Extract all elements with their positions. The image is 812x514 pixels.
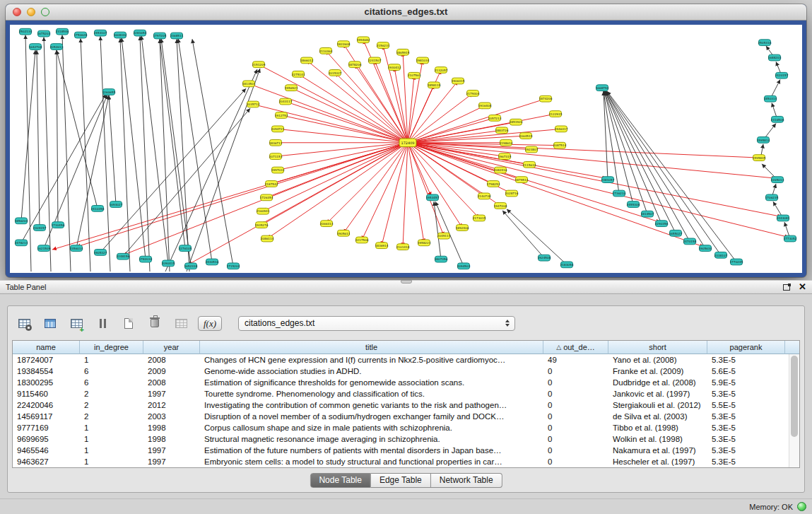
graph-node-teal[interactable]: 2309157 — [33, 225, 47, 231]
tab-node-table[interactable]: Node Table — [310, 473, 371, 488]
graph-node-yellow[interactable]: 1813504 — [242, 81, 256, 87]
graph-node-yellow[interactable]: 1994682 — [357, 37, 370, 43]
graph-node-yellow[interactable]: 2035712 — [247, 101, 260, 107]
graph-node-yellow[interactable]: 2064519 — [519, 133, 533, 139]
panel-splitter-handle[interactable] — [401, 280, 412, 284]
graph-node-teal[interactable]: 1668794 — [596, 85, 609, 91]
scrollbar-thumb[interactable] — [791, 356, 798, 437]
graph-node-yellow[interactable]: 2049117 — [437, 233, 451, 239]
graph-node-teal[interactable]: 1715204 — [227, 263, 240, 269]
graph-node-yellow[interactable]: 2156231 — [377, 42, 390, 49]
table-selector-dropdown[interactable]: citations_edges.txt — [238, 316, 515, 331]
graph-node-yellow[interactable]: 2082416 — [494, 167, 507, 173]
graph-node-teal[interactable]: 1850314 — [764, 95, 777, 102]
close-panel-icon[interactable]: ✕ — [799, 281, 806, 293]
minimize-window-button[interactable] — [27, 8, 35, 16]
graph-node-teal[interactable]: 1706235 — [765, 194, 779, 201]
graph-node-teal[interactable]: 1652318 — [184, 263, 198, 269]
graph-node-yellow[interactable]: 1878206 — [348, 62, 362, 68]
manage-columns-button[interactable]: + — [67, 314, 86, 332]
graph-node-yellow[interactable]: 1858119 — [428, 82, 441, 88]
graph-node-teal[interactable]: 1621509 — [37, 245, 51, 252]
table-row[interactable]: 977716911998Corpus callosum shape and si… — [13, 422, 789, 433]
tab-edge-table[interactable]: Edge Table — [371, 473, 431, 488]
graph-node-yellow[interactable]: 1798253 — [487, 181, 500, 187]
graph-node-teal[interactable]: 2502134 — [19, 28, 33, 35]
graph-node-teal[interactable]: 2368511 — [170, 33, 184, 39]
graph-node-yellow[interactable]: 1866012 — [300, 57, 314, 64]
graph-node-yellow[interactable]: 2217506 — [355, 237, 369, 243]
graph-node-teal[interactable]: 1595814 — [757, 137, 770, 144]
graph-node-yellow[interactable]: 1906315 — [452, 78, 465, 84]
graph-node-yellow[interactable]: 2094721 — [271, 126, 285, 132]
graph-node-teal[interactable]: 2276105 — [179, 245, 192, 252]
graph-node-teal[interactable]: 1688203 — [768, 54, 782, 61]
table-view-settings-button[interactable] — [15, 314, 33, 332]
delete-columns-button[interactable] — [146, 314, 164, 332]
column-header-pagerank[interactable]: pagerank — [707, 341, 785, 354]
graph-node-yellow[interactable]: 1967315 — [498, 153, 512, 160]
graph-node-teal[interactable]: 2430516 — [206, 259, 219, 265]
graph-node-teal[interactable]: 1905634 — [699, 245, 712, 252]
graph-node-teal[interactable]: 2505316 — [758, 40, 772, 46]
graph-node-teal[interactable]: 1642708 — [29, 44, 42, 50]
import-table-button[interactable] — [172, 314, 190, 332]
graph-node-yellow[interactable]: 2101418 — [396, 244, 410, 250]
float-panel-icon[interactable] — [783, 284, 790, 291]
graph-node-yellow[interactable]: 2122915 — [549, 111, 563, 117]
graph-node-yellow[interactable]: 2066313 — [320, 221, 334, 227]
graph-node-yellow[interactable]: 2275141 — [292, 71, 305, 77]
graph-node-yellow[interactable]: 1836914 — [375, 243, 389, 249]
function-builder-button[interactable]: f(x) — [198, 316, 222, 331]
graph-node-yellow[interactable]: 1935276 — [255, 222, 269, 228]
graph-node-yellow[interactable]: 1912752 — [275, 112, 288, 119]
graph-node-teal[interactable]: 2260655 — [102, 89, 116, 95]
graph-node-teal[interactable]: 1797205 — [153, 33, 167, 39]
close-window-button[interactable] — [13, 8, 21, 16]
graph-node-teal[interactable]: 1655027 — [669, 230, 683, 236]
graph-node-teal[interactable]: 2443081 — [777, 215, 790, 221]
graph-node-teal[interactable]: 1675203 — [37, 30, 51, 37]
network-canvas[interactable]: 2502134167520323185461750628245310716083… — [10, 25, 802, 273]
column-header-in_degree[interactable]: in_degree — [80, 341, 143, 354]
graph-node-yellow[interactable]: 1879512 — [515, 177, 529, 183]
graph-node-yellow[interactable]: 2241507 — [368, 57, 382, 64]
graph-node-teal[interactable]: 2290356 — [655, 221, 669, 227]
graph-node-yellow[interactable]: 1997033 — [271, 167, 285, 173]
graph-node-yellow[interactable]: 1947208 — [494, 203, 507, 209]
graph-node-yellow[interactable]: 1916408 — [478, 103, 492, 109]
graph-node-yellow[interactable]: 2140738 — [478, 193, 491, 199]
graph-node-yellow[interactable]: 2086114 — [261, 235, 274, 242]
graph-node-yellow[interactable]: 172409 — [399, 139, 416, 147]
graph-node-teal[interactable]: 2248156 — [117, 253, 130, 259]
graph-node-yellow[interactable]: 1836711 — [269, 139, 283, 146]
graph-node-yellow[interactable]: 2028716 — [505, 190, 519, 197]
graph-node-teal[interactable]: 2316508 — [771, 116, 784, 122]
table-row[interactable]: 1830029562008Estimation of significance … — [13, 377, 789, 388]
graph-node-teal[interactable]: 1773052 — [784, 235, 797, 242]
graph-node-teal[interactable]: 2281654 — [134, 30, 147, 36]
column-header-year[interactable]: year — [143, 341, 200, 354]
graph-node-teal[interactable]: 1730456 — [52, 222, 65, 228]
graph-node-teal[interactable]: 1905327 — [94, 250, 107, 256]
graph-node-teal[interactable]: 1856204 — [15, 218, 28, 224]
table-row[interactable]: 969969511998Structural magnetic resonanc… — [13, 433, 789, 445]
graph-node-yellow[interactable]: 2173015 — [473, 215, 486, 221]
table-row[interactable]: 2242004622012Investigating the contribut… — [13, 399, 789, 411]
graph-node-teal[interactable]: 1736210 — [613, 190, 626, 197]
table-row[interactable]: 1872400712008Changes of HCN gene express… — [13, 354, 789, 366]
column-header-short[interactable]: short — [608, 341, 707, 354]
graph-node-yellow[interactable]: 1923807 — [525, 146, 539, 153]
zoom-window-button[interactable] — [41, 8, 49, 16]
table-row[interactable]: 911546021997Tourette syndrome. Phenomeno… — [13, 388, 789, 399]
column-header-title[interactable]: title — [200, 341, 543, 354]
graph-node-yellow[interactable]: 2057213 — [488, 115, 502, 122]
graph-node-yellow[interactable]: 1892406 — [456, 225, 469, 231]
graph-node-teal[interactable]: 2090415 — [162, 260, 175, 267]
graph-node-yellow[interactable]: 1981034 — [416, 57, 430, 64]
graph-node-teal[interactable]: 1608342 — [114, 32, 127, 38]
graph-node-yellow[interactable]: 1595845 — [753, 155, 766, 161]
graph-node-teal[interactable]: 1924508 — [538, 255, 551, 261]
graph-node-teal[interactable]: 1750628 — [74, 32, 88, 38]
table-row[interactable]: 946554611997Estimation of the future num… — [13, 445, 789, 456]
